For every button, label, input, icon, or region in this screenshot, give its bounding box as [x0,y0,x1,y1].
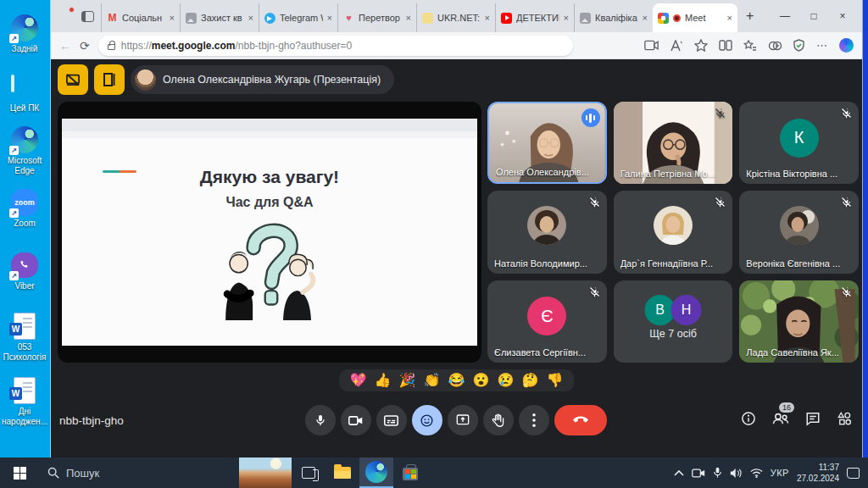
reaction-thumbs-up[interactable]: 👍 [375,374,392,387]
page-icon [186,13,197,24]
shared-presentation[interactable]: Дякую за увагу! Час для Q&A [58,102,481,363]
close-button[interactable]: × [828,10,857,22]
language-indicator[interactable]: УКР [771,468,789,478]
collections-icon[interactable] [768,40,782,52]
desktop-icon-viber[interactable]: ↗ Viber [0,251,49,291]
reaction-think[interactable]: 🤔 [521,374,538,387]
taskbar: Пошук УКР 11:37 27.02.2024 [0,458,868,488]
reaction-cry[interactable]: 😢 [497,374,514,387]
volume-icon[interactable] [730,468,743,479]
tab-close-icon[interactable]: × [170,13,175,23]
start-button[interactable] [0,458,39,488]
participant-tile-overflow[interactable]: В Н Ще 7 осіб [614,280,733,363]
tab-gmail[interactable]: M Соціальн × [101,3,180,32]
slide-chrome-bar2 [62,131,477,138]
split-screen-icon[interactable] [719,40,732,51]
reaction-wow[interactable]: 😮 [472,374,489,387]
favorite-star-icon[interactable] [694,39,708,52]
security-shield-icon[interactable] [793,39,805,52]
address-bar[interactable]: https://meet.google.com/nbb-tbjn-gho?aut… [98,36,573,56]
wifi-icon[interactable] [750,469,763,478]
tab-peretvor[interactable]: ♥ Перетвор × [337,3,416,32]
extension-exit-button[interactable] [94,64,125,95]
extension-screenshot-off-button[interactable] [58,64,88,95]
reaction-clap[interactable]: 👏 [424,374,441,387]
participant-tile[interactable]: Наталія Володимир... [487,191,607,273]
mic-button[interactable] [305,405,336,435]
reaction-heart[interactable]: 💖 [350,374,367,387]
chat-button[interactable] [805,412,821,430]
taskbar-clock[interactable]: 11:37 27.02.2024 [797,462,839,484]
profile-avatar-icon[interactable] [58,8,73,24]
copilot-icon[interactable] [839,38,854,53]
reaction-party[interactable]: 🎉 [399,374,416,387]
participant-tile[interactable]: Є Єлизавета Сергіївн... [487,280,607,363]
action-center-icon[interactable] [847,468,860,479]
back-icon[interactable]: ← [59,39,71,53]
camera-in-use-icon[interactable] [692,469,705,478]
file-explorer-button[interactable] [326,458,359,488]
tab-kvalifika[interactable]: Кваліфіка × [574,3,653,32]
tab-close-icon[interactable]: × [727,13,732,23]
desktop-icon-zoom[interactable]: zoom↗ Zoom [0,188,49,229]
meet-page: Олена Олександрівна Жугарь (Презентація)… [51,59,862,458]
initial-avatar: Є [527,297,566,336]
reaction-thumbs-down[interactable]: 👎 [546,374,563,387]
read-aloud-icon[interactable] [670,40,683,52]
reload-icon[interactable]: ⟳ [80,39,90,53]
store-button[interactable] [393,458,427,488]
desktop-icon-zadniy[interactable]: ↗ Задній [0,14,49,54]
favorites-bar-icon[interactable] [743,40,757,52]
hidden-icons-chevron[interactable] [674,469,684,476]
tab-close-icon[interactable]: × [248,13,253,23]
camera-button[interactable] [341,405,371,435]
tab-layout-icon[interactable] [81,11,94,22]
participant-tile[interactable]: К Крістіна Вікторівна ... [739,102,859,184]
edge-icon: ↗ [10,125,39,154]
tab-youtube[interactable]: ДЕТЕКТИВ × [495,3,574,32]
more-participants-label: Ще 7 осіб [614,328,733,340]
desktop-icon-this-pc[interactable]: Цей ПК [0,73,49,114]
tab-close-icon[interactable]: × [564,13,569,23]
participants-button[interactable]: 16 [772,412,789,429]
mic-in-use-icon[interactable] [713,467,722,479]
maximize-button[interactable]: □ [799,10,828,22]
participant-tile[interactable]: Галина Петрівна Мо... [614,102,733,184]
browser-window: M Соціальн × Захист кв × Telegram W × ♥ … [51,0,862,458]
desktop-icon-word-birthdays[interactable]: W Дні народжен... [0,376,49,426]
edge-taskbar-button[interactable] [359,458,393,488]
desktop-icon-edge[interactable]: ↗ Microsoft Edge [0,125,49,175]
web-capture-icon[interactable] [644,40,659,51]
new-tab-button[interactable]: + [737,8,762,24]
desktop-icon-word-053[interactable]: W 053 Психологія [0,312,49,362]
tab-meet-active[interactable]: Meet × [653,3,737,32]
task-view-button[interactable] [292,458,326,488]
tab-close-icon[interactable]: × [643,13,648,23]
participant-tile[interactable]: Дар`я Геннадіївна Р... [614,191,733,273]
taskbar-search[interactable]: Пошук [39,458,163,488]
raise-hand-button[interactable] [483,405,514,435]
more-options-button[interactable] [519,405,549,435]
tab-close-icon[interactable]: × [406,13,411,23]
present-button[interactable] [448,405,478,435]
tab-ukrnet[interactable]: UKR.NET: × [416,3,495,32]
activities-button[interactable] [837,411,852,430]
reactions-button[interactable] [412,405,442,435]
end-call-button[interactable] [554,405,607,435]
tab-close-icon[interactable]: × [327,13,332,23]
participant-tile-self[interactable]: Олена Олександрів... [487,102,607,184]
meeting-details-button[interactable] [741,411,756,430]
participant-tile[interactable]: Вероніка Євгенівна ... [739,191,859,273]
reaction-laugh[interactable]: 😂 [448,374,465,387]
presenter-chip[interactable]: Олена Олександрівна Жугарь (Презентація) [131,65,394,94]
recording-indicator-icon [673,14,681,22]
tab-close-icon[interactable]: × [485,13,490,23]
initial-avatar: К [780,119,819,158]
participant-tile[interactable]: Лада Савеліївна Як... [739,280,859,363]
captions-button[interactable] [376,405,407,435]
tab-telegram[interactable]: Telegram W × [259,3,337,32]
more-menu-icon[interactable]: ⋯ [816,39,828,52]
news-widget[interactable] [239,458,292,488]
tab-zahist[interactable]: Захист кв × [180,3,259,32]
minimize-button[interactable]: — [771,10,799,22]
